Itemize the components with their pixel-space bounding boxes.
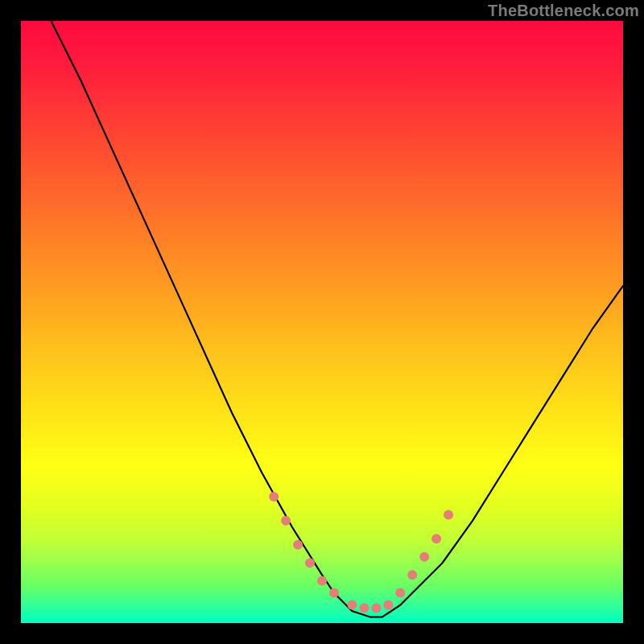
watermark-text: TheBottleneck.com xyxy=(488,2,639,20)
marker-dot xyxy=(431,534,441,543)
marker-dot xyxy=(281,516,291,526)
plot-area xyxy=(21,21,623,623)
marker-dot xyxy=(305,558,315,568)
marker-dot xyxy=(293,540,303,550)
chart-stage: TheBottleneck.com xyxy=(0,0,644,644)
marker-dot xyxy=(359,603,369,613)
marker-dot xyxy=(371,603,381,613)
marker-dot xyxy=(383,601,393,610)
marker-dot xyxy=(444,510,453,519)
curve-layer xyxy=(21,21,623,623)
marker-dot xyxy=(269,492,279,502)
marker-dot xyxy=(317,576,327,586)
marker-dot xyxy=(329,588,339,598)
marker-group xyxy=(269,492,453,613)
marker-dot xyxy=(407,570,417,580)
marker-dot xyxy=(395,588,405,598)
marker-dot xyxy=(419,552,429,562)
bottleneck-curve xyxy=(51,21,623,617)
marker-dot xyxy=(347,601,357,610)
